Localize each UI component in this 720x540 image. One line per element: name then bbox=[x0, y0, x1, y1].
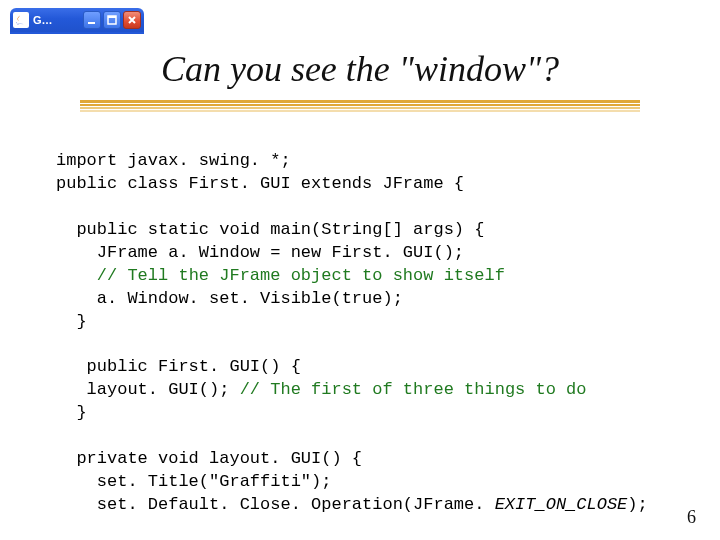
slide-number: 6 bbox=[687, 507, 696, 528]
code-line: layout. GUI(); bbox=[56, 380, 240, 399]
code-line: set. Title("Graffiti"); bbox=[56, 472, 331, 491]
maximize-button[interactable] bbox=[103, 11, 121, 29]
code-line: a. Window. set. Visible(true); bbox=[56, 289, 403, 308]
window-controls bbox=[83, 11, 141, 29]
code-line: private void layout. GUI() { bbox=[56, 449, 362, 468]
title-underline bbox=[80, 100, 640, 114]
code-line: set. Default. Close. Operation(JFrame. bbox=[56, 495, 495, 514]
code-line: } bbox=[56, 403, 87, 422]
code-line: JFrame a. Window = new First. GUI(); bbox=[56, 243, 464, 262]
slide-title: Can you see the "window"? bbox=[0, 48, 720, 90]
code-line: public class First. GUI extends JFrame { bbox=[56, 174, 464, 193]
code-constant: EXIT_ON_CLOSE bbox=[495, 495, 628, 514]
svg-rect-0 bbox=[88, 22, 95, 24]
code-block: import javax. swing. *; public class Fir… bbox=[56, 150, 648, 517]
window-title: G… bbox=[33, 14, 83, 26]
close-button[interactable] bbox=[123, 11, 141, 29]
code-comment: // The first of three things to do bbox=[240, 380, 587, 399]
code-line: ); bbox=[627, 495, 647, 514]
java-icon bbox=[13, 12, 29, 28]
minimize-button[interactable] bbox=[83, 11, 101, 29]
code-line: public static void main(String[] args) { bbox=[56, 220, 484, 239]
svg-rect-2 bbox=[108, 16, 116, 18]
code-line: } bbox=[56, 312, 87, 331]
code-line bbox=[56, 266, 97, 285]
code-line: public First. GUI() { bbox=[56, 357, 301, 376]
window-titlebar: G… bbox=[10, 8, 144, 32]
window-body-border bbox=[10, 32, 144, 34]
code-line: import javax. swing. *; bbox=[56, 151, 291, 170]
code-comment: // Tell the JFrame object to show itself bbox=[97, 266, 505, 285]
